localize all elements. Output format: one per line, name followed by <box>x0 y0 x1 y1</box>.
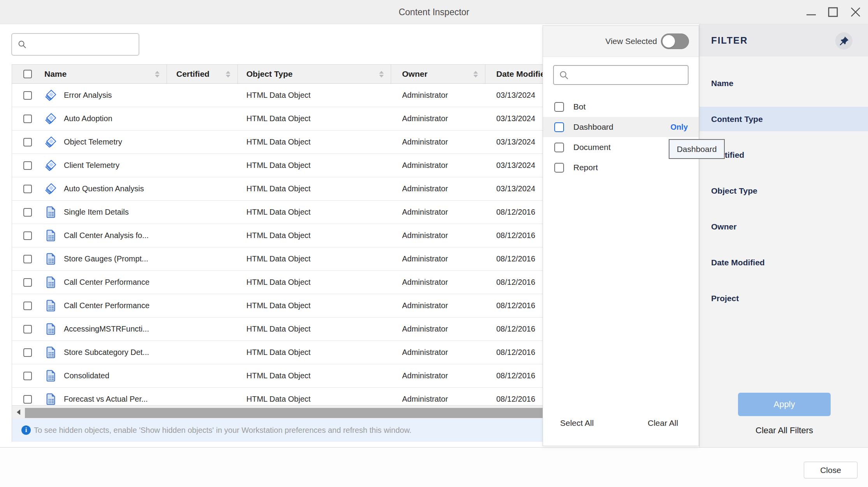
filter-panel: FILTER Name Content Type Certified Objec… <box>699 24 868 447</box>
row-checkbox[interactable] <box>23 115 32 123</box>
report-grid-icon <box>45 346 57 359</box>
row-checkbox[interactable] <box>23 348 32 357</box>
select-all-link[interactable]: Select All <box>560 417 594 429</box>
row-object-type: HTML Data Object <box>238 318 391 341</box>
scroll-left-button[interactable] <box>12 406 25 418</box>
dropdown-search-input[interactable] <box>569 66 688 84</box>
row-name: Forecast vs Actual Per... <box>64 395 148 404</box>
scrollbar-thumb[interactable] <box>25 408 632 418</box>
row-checkbox[interactable] <box>23 372 32 380</box>
row-certified <box>167 388 238 405</box>
sort-icon[interactable] <box>473 71 478 78</box>
only-link[interactable]: Only <box>671 123 688 132</box>
pin-icon <box>839 36 849 46</box>
column-header-object-type[interactable]: Object Type <box>238 65 391 83</box>
report-grid-icon <box>45 276 57 289</box>
row-checkbox[interactable] <box>23 208 32 217</box>
report-grid-icon <box>45 206 57 219</box>
column-header-name[interactable]: Name <box>39 65 167 83</box>
report-grid-icon <box>45 300 57 312</box>
row-checkbox[interactable] <box>23 231 32 240</box>
row-name: Store Gauges (Prompt... <box>64 254 148 263</box>
dossier-icon <box>45 89 57 102</box>
row-owner: Administrator <box>391 364 485 387</box>
minimize-button[interactable] <box>800 0 822 24</box>
report-grid-icon <box>45 393 57 406</box>
row-owner: Administrator <box>391 271 485 294</box>
row-checkbox[interactable] <box>23 138 32 146</box>
filter-item[interactable]: Owner <box>699 214 868 239</box>
maximize-button[interactable] <box>822 0 844 24</box>
row-certified <box>167 177 238 200</box>
content-inspector-window: Content Inspector Name Certified <box>0 0 868 487</box>
row-owner: Administrator <box>391 201 485 224</box>
view-selected-label: View Selected <box>605 37 657 46</box>
window-close-button[interactable] <box>845 0 866 24</box>
filter-item[interactable]: Object Type <box>699 178 868 203</box>
row-name: Call Center Performance <box>64 301 149 310</box>
filter-items: Name Content Type Certified Object Type … <box>699 71 868 322</box>
dropdown-footer: Select All Clear All <box>543 417 699 429</box>
option-checkbox[interactable] <box>554 122 564 132</box>
row-certified <box>167 341 238 364</box>
row-owner: Administrator <box>391 224 485 247</box>
select-all-checkbox[interactable] <box>23 70 32 78</box>
option-checkbox[interactable] <box>554 102 564 112</box>
report-grid-icon <box>45 323 57 335</box>
row-owner: Administrator <box>391 247 485 270</box>
clear-all-filters-link[interactable]: Clear All Filters <box>699 425 868 436</box>
dropdown-header: View Selected <box>543 26 699 57</box>
row-checkbox[interactable] <box>23 395 32 404</box>
column-header-owner[interactable]: Owner <box>391 65 485 83</box>
content-type-option[interactable]: Dashboard Only <box>543 117 699 137</box>
option-checkbox[interactable] <box>554 163 564 173</box>
content-type-option[interactable]: Report <box>543 157 699 178</box>
filter-item[interactable]: Date Modified <box>699 250 868 275</box>
row-checkbox[interactable] <box>23 278 32 287</box>
dossier-icon <box>45 159 57 172</box>
row-owner: Administrator <box>391 131 485 154</box>
row-name: Auto Adoption <box>64 114 112 123</box>
report-grid-icon <box>45 370 57 382</box>
row-object-type: HTML Data Object <box>238 177 391 200</box>
close-button[interactable]: Close <box>804 462 857 478</box>
filter-item[interactable]: Content Type <box>699 107 868 131</box>
row-certified <box>167 247 238 270</box>
sort-icon[interactable] <box>155 71 160 78</box>
row-name: Consolidated <box>64 371 109 380</box>
content-type-option[interactable]: Bot <box>543 97 699 117</box>
row-name: Client Telemetry <box>64 161 119 170</box>
row-name: Call Center Performance <box>64 278 149 287</box>
view-selected-toggle[interactable] <box>661 34 689 49</box>
row-certified <box>167 154 238 177</box>
row-certified <box>167 318 238 341</box>
column-header-certified[interactable]: Certified <box>167 65 238 83</box>
close-icon <box>850 7 861 17</box>
pin-button[interactable] <box>835 32 852 49</box>
row-object-type: HTML Data Object <box>238 388 391 405</box>
row-certified <box>167 107 238 130</box>
row-certified <box>167 294 238 317</box>
row-checkbox[interactable] <box>23 302 32 310</box>
sort-icon[interactable] <box>379 71 384 78</box>
row-owner: Administrator <box>391 177 485 200</box>
row-checkbox[interactable] <box>23 255 32 263</box>
dossier-icon <box>45 113 57 125</box>
row-checkbox[interactable] <box>23 91 32 100</box>
apply-button[interactable]: Apply <box>738 393 831 416</box>
row-checkbox[interactable] <box>23 325 32 333</box>
row-name: Single Item Details <box>64 208 129 217</box>
filter-item[interactable]: Project <box>699 286 868 311</box>
row-certified <box>167 201 238 224</box>
row-checkbox[interactable] <box>23 161 32 170</box>
sort-icon[interactable] <box>226 71 230 78</box>
row-object-type: HTML Data Object <box>238 201 391 224</box>
option-checkbox[interactable] <box>554 143 564 152</box>
search-input[interactable] <box>26 34 139 55</box>
option-label: Report <box>573 163 598 172</box>
clear-all-link[interactable]: Clear All <box>648 417 678 429</box>
row-checkbox[interactable] <box>23 185 32 193</box>
row-object-type: HTML Data Object <box>238 271 391 294</box>
row-name: Object Telemetry <box>64 138 122 146</box>
filter-item[interactable]: Name <box>699 71 868 95</box>
